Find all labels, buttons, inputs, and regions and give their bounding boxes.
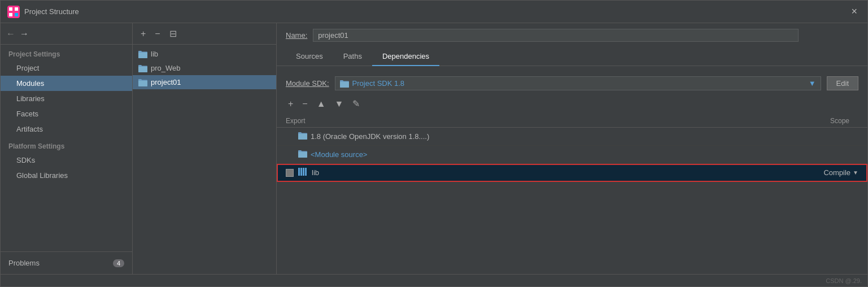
module-toolbar: + − ⊟ xyxy=(133,23,276,45)
lib-checkbox[interactable] xyxy=(286,169,294,177)
problems-item[interactable]: Problems 4 xyxy=(1,255,132,271)
sidebar-item-global-libraries[interactable]: Global Libraries xyxy=(1,168,132,183)
dep-row-jdk[interactable]: 1.8 (Oracle OpenJDK version 1.8....) xyxy=(277,128,867,146)
tab-sources[interactable]: Sources xyxy=(286,47,333,66)
lib-scope-text: Compile xyxy=(823,168,850,177)
title-bar: Project Structure × xyxy=(1,1,867,23)
module-source-dep-name: <Module source> xyxy=(311,150,791,159)
svg-rect-7 xyxy=(303,168,304,176)
name-input[interactable] xyxy=(313,29,799,42)
window-title: Project Structure xyxy=(24,7,848,16)
jdk-folder-icon xyxy=(298,132,307,141)
edit-dep-button[interactable]: ✎ xyxy=(350,97,362,110)
svg-rect-4 xyxy=(15,13,18,16)
remove-module-button[interactable]: − xyxy=(152,28,162,40)
module-item-project01-label: project01 xyxy=(151,78,181,86)
jdk-dep-name: 1.8 (Oracle OpenJDK version 1.8....) xyxy=(311,132,791,141)
sidebar-item-facets[interactable]: Facets xyxy=(1,106,132,121)
sdk-label: Module SDK: xyxy=(286,79,329,88)
scope-column-header: Scope xyxy=(791,117,858,125)
copy-module-button[interactable]: ⊟ xyxy=(167,27,179,40)
tab-paths[interactable]: Paths xyxy=(333,47,372,66)
back-arrow[interactable]: ← xyxy=(6,29,15,39)
sidebar-item-artifacts[interactable]: Artifacts xyxy=(1,121,132,137)
folder-icon xyxy=(138,50,147,58)
svg-rect-1 xyxy=(9,7,12,11)
svg-rect-5 xyxy=(298,168,300,176)
sidebar-item-project[interactable]: Project xyxy=(1,60,132,76)
add-dep-button[interactable]: + xyxy=(286,98,295,110)
svg-rect-8 xyxy=(305,168,307,176)
sidebar-item-modules[interactable]: Modules xyxy=(1,76,132,91)
lib-bars-icon xyxy=(298,168,308,178)
sdk-dropdown-arrow: ▼ xyxy=(809,79,816,88)
move-down-dep-button[interactable]: ▼ xyxy=(333,98,346,110)
lib-scope-area[interactable]: Compile ▼ xyxy=(791,168,858,177)
remove-dep-button[interactable]: − xyxy=(300,98,309,110)
module-panel: + − ⊟ lib pro_Web xyxy=(133,23,277,274)
module-item-project01[interactable]: project01 xyxy=(133,75,276,89)
tab-dependencies[interactable]: Dependencies xyxy=(372,47,439,66)
status-text: CSDN @.29. xyxy=(826,277,862,284)
export-column-header: Export xyxy=(286,117,791,125)
sidebar-item-libraries[interactable]: Libraries xyxy=(1,91,132,106)
move-up-dep-button[interactable]: ▲ xyxy=(315,98,328,110)
app-logo xyxy=(7,6,20,18)
main-content: ← → Project Settings Project Modules Lib… xyxy=(1,23,867,274)
lib-dep-name: lib xyxy=(312,168,791,177)
sidebar-item-sdks[interactable]: SDKs xyxy=(1,153,132,168)
folder-icon xyxy=(138,64,147,72)
deps-toolbar: + − ▲ ▼ ✎ xyxy=(277,95,867,115)
svg-rect-6 xyxy=(300,168,302,176)
project-settings-label: Project Settings xyxy=(1,45,132,60)
status-bar: CSDN @.29. xyxy=(1,274,867,286)
dep-row-module-source[interactable]: <Module source> xyxy=(277,146,867,164)
add-module-button[interactable]: + xyxy=(138,28,148,40)
sdk-row: Module SDK: Project SDK 1.8 ▼ Edit xyxy=(277,72,867,95)
sidebar: ← → Project Settings Project Modules Lib… xyxy=(1,23,133,274)
svg-rect-2 xyxy=(9,13,12,16)
module-item-lib-label: lib xyxy=(151,50,158,58)
svg-rect-3 xyxy=(15,7,18,11)
problems-badge: 4 xyxy=(113,259,124,267)
module-item-pro-web[interactable]: pro_Web xyxy=(133,61,276,75)
edit-button[interactable]: Edit xyxy=(827,76,858,90)
lib-scope-dropdown-arrow[interactable]: ▼ xyxy=(853,169,858,176)
project-structure-window: Project Structure × ← → Project Settings… xyxy=(0,0,868,287)
platform-settings-label: Platform Settings xyxy=(1,137,132,153)
forward-arrow[interactable]: → xyxy=(20,29,29,39)
lib-icon-svg xyxy=(298,168,308,176)
name-row: Name: xyxy=(286,29,858,42)
dep-row-lib[interactable]: lib Compile ▼ xyxy=(277,164,867,182)
sdk-dropdown-text: Project SDK 1.8 xyxy=(340,79,405,88)
sidebar-bottom: Problems 4 xyxy=(1,251,132,274)
dependencies-content: Module SDK: Project SDK 1.8 ▼ Edit xyxy=(277,66,867,274)
sdk-dropdown[interactable]: Project SDK 1.8 ▼ xyxy=(335,76,821,90)
name-label: Name: xyxy=(286,31,307,40)
sdk-folder-icon xyxy=(340,80,349,88)
module-list: lib pro_Web project01 xyxy=(133,45,276,274)
deps-table-header: Export Scope xyxy=(277,115,867,128)
module-item-pro-web-label: pro_Web xyxy=(151,64,181,72)
right-header: Name: Sources Paths Dependencies xyxy=(277,23,867,66)
module-item-lib[interactable]: lib xyxy=(133,47,276,61)
problems-label: Problems xyxy=(8,259,40,267)
folder-icon-selected xyxy=(138,79,147,86)
deps-table: 1.8 (Oracle OpenJDK version 1.8....) < xyxy=(277,128,867,274)
module-source-folder-icon xyxy=(298,150,307,159)
sidebar-nav-bar: ← → xyxy=(1,23,132,45)
close-button[interactable]: × xyxy=(848,5,861,19)
sdk-value: Project SDK 1.8 xyxy=(352,79,405,88)
right-panel: Name: Sources Paths Dependencies Module … xyxy=(277,23,867,274)
tabs-row: Sources Paths Dependencies xyxy=(286,47,858,66)
